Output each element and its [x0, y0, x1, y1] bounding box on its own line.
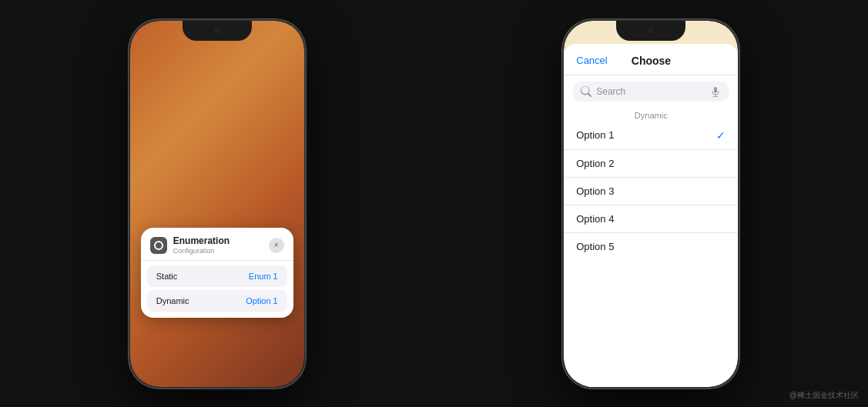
- enum-subtitle: Configuration: [173, 247, 269, 255]
- right-phone: Cancel Choose Search Dynamic: [562, 19, 739, 389]
- option-2-label: Option 2: [576, 158, 614, 169]
- mic-icon: [710, 86, 721, 97]
- option-row-3[interactable]: Option 3: [564, 178, 738, 205]
- search-icon: [581, 86, 592, 97]
- enum-row-static-label: Static: [156, 272, 178, 281]
- enum-row-dynamic-value: Option 1: [246, 296, 278, 305]
- scene: Enumeration Configuration × Static Enum …: [0, 0, 868, 407]
- left-notch: [183, 21, 252, 41]
- option-1-label: Option 1: [576, 129, 614, 141]
- enum-row-dynamic: Dynamic Option 1: [147, 290, 287, 312]
- enum-row-static: Static Enum 1: [147, 265, 287, 287]
- option-5-label: Option 5: [576, 241, 614, 252]
- section-label: Dynamic: [564, 108, 738, 122]
- enum-title: Enumeration: [173, 235, 269, 246]
- option-row-2[interactable]: Option 2: [564, 150, 738, 178]
- left-phone-bg: [130, 21, 304, 387]
- option-1-check: ✓: [716, 129, 726, 142]
- option-row-1[interactable]: Option 1 ✓: [564, 122, 738, 150]
- enum-row-dynamic-label: Dynamic: [156, 296, 189, 305]
- option-3-label: Option 3: [576, 185, 614, 197]
- enum-card-header: Enumeration Configuration ×: [141, 228, 293, 260]
- right-notch: [616, 21, 685, 41]
- dialog-title: Choose: [632, 55, 671, 67]
- search-input[interactable]: Search: [596, 86, 710, 97]
- enum-icon-inner: [154, 241, 163, 250]
- search-bar[interactable]: Search: [573, 82, 729, 102]
- option-4-label: Option 4: [576, 213, 614, 225]
- option-row-5[interactable]: Option 5: [564, 233, 738, 260]
- option-row-4[interactable]: Option 4: [564, 205, 738, 233]
- choose-dialog: Cancel Choose Search Dynamic: [564, 44, 738, 387]
- watermark: @稀土掘金技术社区: [789, 390, 859, 401]
- left-phone: Enumeration Configuration × Static Enum …: [129, 19, 306, 389]
- enum-row-static-value: Enum 1: [249, 272, 278, 281]
- choose-header: Cancel Choose: [564, 44, 738, 75]
- cancel-button[interactable]: Cancel: [576, 55, 607, 66]
- left-phone-screen: Enumeration Configuration × Static Enum …: [130, 21, 304, 387]
- enum-titles: Enumeration Configuration: [173, 235, 269, 255]
- enum-close-button[interactable]: ×: [269, 238, 284, 253]
- right-phone-screen: Cancel Choose Search Dynamic: [564, 21, 738, 387]
- enumeration-card: Enumeration Configuration × Static Enum …: [141, 228, 293, 317]
- enum-icon: [150, 237, 167, 254]
